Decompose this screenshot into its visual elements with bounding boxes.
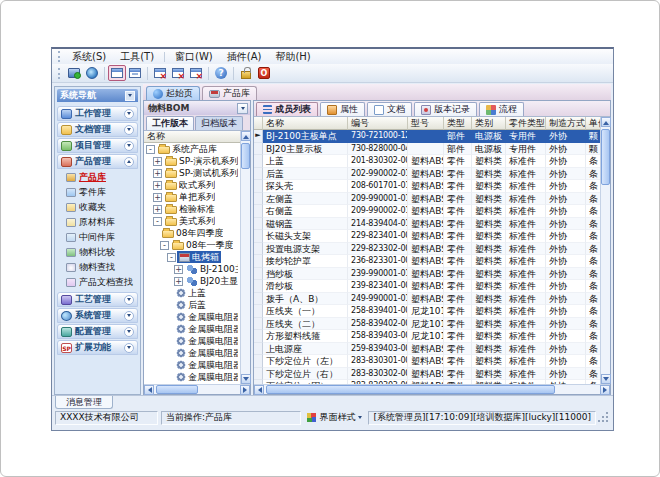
sidebar-item-parts-library[interactable]: 零件库 (57, 185, 138, 200)
scroll-right-button[interactable] (240, 385, 250, 395)
table-row[interactable]: 下纱定位片（右）283-830302-00E塑料ABS零件塑料类标准件外协条 (254, 368, 600, 381)
column-header-5[interactable]: 零件类型 (506, 117, 546, 130)
sidebar-group-system[interactable]: 系统管理 (57, 308, 138, 323)
tree-node-13[interactable]: 后盖 (144, 299, 240, 311)
tree-node-0[interactable]: -系统产品库 (144, 143, 240, 155)
column-header-4[interactable]: 类别 (472, 117, 506, 130)
tab-workflow[interactable]: 流程 (479, 102, 524, 116)
sidebar-group-extension[interactable]: SP扩展功能 (57, 340, 138, 355)
scroll-down-button[interactable] (241, 374, 251, 384)
grid-hscroll-thumb[interactable] (266, 385, 555, 394)
sidebar-item-favorites[interactable]: 收藏夹 (57, 200, 138, 215)
sidebar-group-work[interactable]: 工作管理 (57, 106, 138, 121)
exit-system-button[interactable] (255, 65, 273, 81)
sidebar-item-product-library[interactable]: 产品库 (57, 170, 138, 185)
tab-properties[interactable]: 属性 (320, 102, 365, 116)
table-row[interactable]: 方形塑料线箍258-839403-00E尼龙1010零件塑料类标准件外协条 (254, 330, 600, 343)
collapse-minus-icon[interactable]: - (167, 253, 176, 262)
tile-windows-button[interactable] (126, 65, 144, 81)
display-settings-button[interactable] (65, 65, 83, 81)
tree-node-14[interactable]: 金属膜电阻器 (144, 311, 240, 323)
table-row[interactable]: 拨手（A、B）249-990001-01E塑料ABS零件塑料类标准件外协条 (254, 293, 600, 306)
tree-hscroll-thumb[interactable] (156, 385, 198, 394)
expand-plus-icon[interactable]: + (153, 193, 162, 202)
sidebar-group-product[interactable]: 产品管理 (57, 154, 138, 169)
tree-node-9[interactable]: -电烤箱 (144, 251, 240, 263)
sidebar-item-product-doc-search[interactable]: 产品文档查找 (57, 275, 138, 290)
doc-tab-product-library[interactable]: 产品库 (202, 86, 257, 100)
table-row[interactable]: ►BJ-2100主板单点730-721000-12E部件电源板专用件外协颗 (254, 130, 600, 143)
tree-node-11[interactable]: +BJ20主显示板 (144, 275, 240, 287)
tab-member-list[interactable]: 成员列表 (256, 102, 318, 116)
menu-item-4[interactable]: 帮助(H) (268, 50, 317, 64)
chevron-button[interactable] (124, 295, 134, 305)
bom-tab-archived-version[interactable]: 归档版本 (195, 116, 243, 130)
table-row[interactable]: BJ20主显示板730-828000-04E部件电源板专用件外协颗 (254, 143, 600, 156)
menu-item-1[interactable]: 工具(T) (113, 50, 161, 64)
chevron-button[interactable] (124, 109, 134, 119)
tree-vscroll-track[interactable] (241, 141, 250, 374)
table-row[interactable]: 右侧盖209-990002-01E塑料ABS零件塑料类标准件外协条 (254, 205, 600, 218)
scroll-down-button[interactable] (601, 374, 611, 384)
collapse-minus-icon[interactable]: - (160, 241, 169, 250)
grid-vscroll-thumb[interactable] (601, 129, 610, 185)
tree-node-7[interactable]: 08年四季度 (144, 227, 240, 239)
chevron-button[interactable] (124, 327, 134, 337)
tree-node-19[interactable]: 金属膜电阻器 (144, 371, 240, 383)
tree-vertical-scrollbar[interactable] (240, 131, 250, 384)
expand-plus-icon[interactable]: + (153, 205, 162, 214)
cascade-windows-button[interactable] (108, 65, 126, 81)
column-header-1[interactable]: 编号 (348, 117, 408, 130)
message-panel-tab[interactable]: 消息管理 (55, 396, 113, 409)
sidebar-group-process[interactable]: 工艺管理 (57, 292, 138, 307)
table-row[interactable]: 下纱定位片（左）283-830301-00E塑料ABS零件塑料类标准件外协条 (254, 355, 600, 368)
doc-tab-start-page[interactable]: 起始页 (146, 86, 200, 100)
chevron-button[interactable] (124, 343, 134, 353)
grid-vertical-scrollbar[interactable] (600, 117, 610, 384)
tree-hscroll-track[interactable] (154, 385, 240, 394)
chevron-button[interactable] (124, 311, 134, 321)
lock-screen-button[interactable] (237, 65, 255, 81)
grid-hscroll-track[interactable] (264, 385, 600, 394)
table-row[interactable]: 接纱轮护罩236-823301-00E塑料ABS零件塑料类标准件外协条 (254, 255, 600, 268)
table-row[interactable]: 探头壳208-601701-01E塑料ABS零件塑料类标准件外协条 (254, 180, 600, 193)
table-row[interactable]: 后盖202-990002-01E塑料ABS零件塑料类标准件外协条 (254, 168, 600, 181)
scroll-left-button[interactable] (254, 385, 264, 395)
tree-vscroll-thumb[interactable] (241, 143, 250, 169)
table-row[interactable]: 压线夹（一）258-839401-00E尼龙1010零件塑料类标准件外协条 (254, 305, 600, 318)
table-row[interactable]: 上盖201-830302-00E塑料ABS零件塑料类标准件外协条 (254, 155, 600, 168)
tree-horizontal-scrollbar[interactable] (144, 384, 250, 394)
tree-node-3[interactable]: +欧式系列 (144, 179, 240, 191)
scroll-right-button[interactable] (600, 385, 610, 395)
web-globe-button[interactable] (83, 65, 101, 81)
tree-node-2[interactable]: +SP-测试机系列 (144, 167, 240, 179)
sidebar-item-material-search[interactable]: 物料查找 (57, 260, 138, 275)
column-header-2[interactable]: 型号 (408, 117, 444, 130)
close-all-windows-button[interactable] (169, 65, 187, 81)
table-row[interactable]: 挡纱板239-990001-01E塑料ABS零件塑料类标准件外协条 (254, 268, 600, 281)
chevron-button[interactable] (124, 141, 134, 151)
close-other-windows-button[interactable] (187, 65, 205, 81)
table-row[interactable]: 压线夹（二）258-839402-00E尼龙1010零件塑料类标准件外协条 (254, 318, 600, 331)
table-row[interactable]: 磁钢盖214-839404-01E塑料ABS零件塑料类标准件外协条 (254, 218, 600, 231)
menu-item-2[interactable]: 窗口(W) (168, 50, 220, 64)
column-header-0[interactable]: 名称 (263, 117, 348, 130)
tree-node-8[interactable]: -08年一季度 (144, 239, 240, 251)
expand-plus-icon[interactable]: + (174, 265, 183, 274)
expand-plus-icon[interactable]: + (153, 181, 162, 190)
chevron-button[interactable] (124, 157, 134, 167)
help-button[interactable] (212, 65, 230, 81)
tree-node-17[interactable]: 金属膜电阻器 (144, 347, 240, 359)
sidebar-group-document[interactable]: 文档管理 (57, 122, 138, 137)
ui-style-button[interactable]: 界面样式 (304, 411, 365, 425)
sidebar-item-material-compare[interactable]: 物料比较 (57, 245, 138, 260)
menu-item-3[interactable]: 插件(A) (220, 50, 269, 64)
column-header-7[interactable]: 单位 (586, 117, 600, 130)
tree-node-18[interactable]: 金属膜电阻器 (144, 359, 240, 371)
sidebar-item-raw-material[interactable]: 原材料库 (57, 215, 138, 230)
menu-item-0[interactable]: 系统(S) (65, 50, 113, 64)
grid-horizontal-scrollbar[interactable] (254, 384, 610, 394)
expand-plus-icon[interactable]: + (174, 277, 183, 286)
table-row[interactable]: 左侧盖209-990001-01E塑料ABS零件塑料类标准件外协条 (254, 193, 600, 206)
tree-node-1[interactable]: +SP-演示机系列 (144, 155, 240, 167)
